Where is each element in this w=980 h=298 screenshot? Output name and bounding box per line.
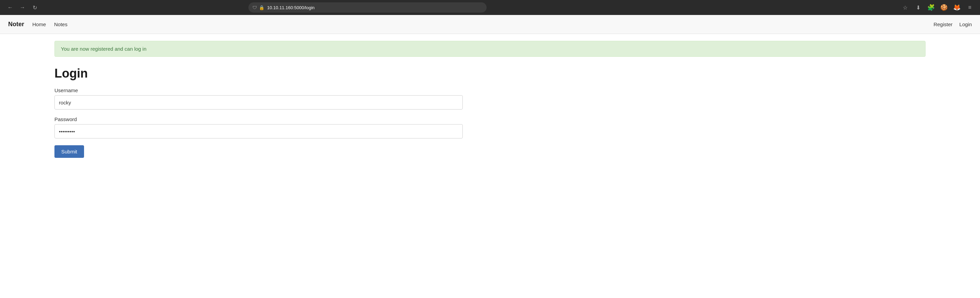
- extension-icon-2[interactable]: 🍪: [939, 3, 949, 12]
- site-nav-links: Home Notes: [32, 21, 67, 27]
- alert-message: You are now registered and can log in: [61, 46, 146, 52]
- site-brand[interactable]: Noter: [8, 21, 24, 28]
- profile-avatar: 🦊: [953, 4, 961, 11]
- extension-icon-1[interactable]: 🧩: [926, 3, 936, 12]
- site-navbar: Noter Home Notes Register Login: [0, 15, 980, 34]
- address-text: 10.10.11.160:5000/login: [267, 5, 315, 10]
- reload-icon: ↻: [33, 5, 37, 11]
- back-icon: ←: [8, 5, 13, 11]
- username-label: Username: [54, 87, 926, 93]
- url-prefix: 10.10.11.160: [267, 5, 293, 10]
- star-icon: ☆: [903, 5, 907, 11]
- menu-button[interactable]: ≡: [965, 3, 975, 12]
- forward-button[interactable]: →: [18, 3, 27, 12]
- username-input[interactable]: [54, 95, 463, 109]
- password-group: Password: [54, 116, 926, 138]
- browser-actions: ☆ ⬇ 🧩 🍪 🦊 ≡: [900, 3, 975, 12]
- menu-icon: ≡: [968, 5, 971, 11]
- site-nav-right: Register Login: [933, 21, 972, 27]
- login-title: Login: [54, 67, 926, 81]
- profile-icon[interactable]: 🦊: [952, 3, 962, 12]
- star-button[interactable]: ☆: [900, 3, 910, 12]
- browser-nav: ← → ↻: [5, 3, 40, 12]
- url-suffix: :5000/login: [293, 5, 315, 10]
- extension-2: 🍪: [940, 4, 948, 11]
- alert-success: You are now registered and can log in: [54, 41, 926, 57]
- nav-link-login[interactable]: Login: [959, 21, 972, 27]
- browser-chrome: ← → ↻ 🛡 🔒 10.10.11.160:5000/login ☆ ⬇ 🧩 …: [0, 0, 980, 15]
- back-button[interactable]: ←: [5, 3, 15, 12]
- download-icon: ⬇: [916, 5, 920, 11]
- download-button[interactable]: ⬇: [913, 3, 923, 12]
- shield-icon: 🛡: [253, 5, 257, 10]
- password-label: Password: [54, 116, 926, 122]
- reload-button[interactable]: ↻: [30, 3, 40, 12]
- nav-link-home[interactable]: Home: [32, 21, 46, 27]
- nav-link-notes[interactable]: Notes: [54, 21, 67, 27]
- content-wrapper: You are now registered and can log in Lo…: [0, 34, 980, 165]
- extension-1: 🧩: [927, 4, 935, 11]
- forward-icon: →: [20, 5, 25, 11]
- address-bar[interactable]: 🛡 🔒 10.10.11.160:5000/login: [248, 2, 487, 13]
- username-group: Username: [54, 87, 926, 109]
- submit-button[interactable]: Submit: [54, 145, 84, 158]
- password-input[interactable]: [54, 124, 463, 138]
- lock-icon: 🔒: [259, 5, 264, 10]
- nav-link-register[interactable]: Register: [933, 21, 953, 27]
- address-bar-icons: 🛡 🔒: [253, 5, 264, 10]
